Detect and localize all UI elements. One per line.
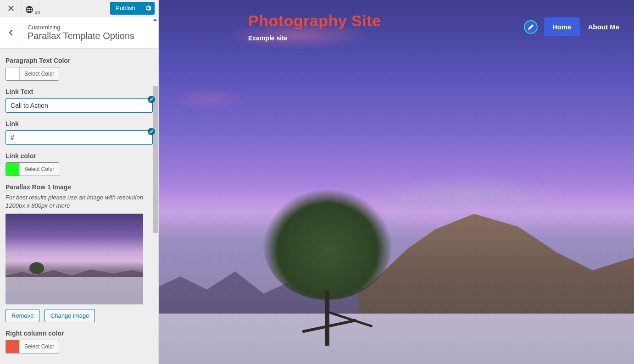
nav-home[interactable]: Home <box>544 17 580 36</box>
color-swatch <box>6 67 20 80</box>
select-color-text: Select Color <box>20 166 59 172</box>
parallax-image-label: Parallax Row 1 Image <box>6 183 153 191</box>
right-column-color-picker[interactable]: Select Color <box>6 340 59 353</box>
scroll-up-arrow-icon <box>153 17 157 22</box>
language-code: en <box>34 9 40 15</box>
globe-icon <box>25 6 33 14</box>
close-icon <box>8 5 14 11</box>
edit-shortcut-button[interactable] <box>524 20 538 34</box>
close-customizer-button[interactable] <box>0 0 22 17</box>
paragraph-text-color-label: Paragraph Text Color <box>6 57 153 64</box>
customizer-sidebar: en Publish Customizing Parallax Template… <box>0 0 159 364</box>
publish-button[interactable]: Publish <box>110 2 141 15</box>
edit-shortcut-button[interactable] <box>148 96 155 103</box>
site-preview: Photography Site Example site Home About… <box>159 0 634 364</box>
link-text-label: Link Text <box>6 88 153 95</box>
paragraph-color-picker[interactable]: Select Color <box>6 67 59 81</box>
parallax-image-thumbnail[interactable] <box>6 214 143 304</box>
hero-background <box>159 0 634 364</box>
color-swatch <box>6 340 20 353</box>
select-color-text: Select Color <box>20 343 59 350</box>
pencil-icon <box>528 24 534 30</box>
site-tagline: Example site <box>248 34 524 42</box>
link-label: Link <box>6 120 153 127</box>
right-column-color-label: Right column color <box>6 330 153 337</box>
site-title[interactable]: Photography Site <box>248 12 524 30</box>
gear-icon <box>145 5 151 11</box>
link-input[interactable] <box>6 130 153 145</box>
form-area: Paragraph Text Color Select Color Link T… <box>0 49 158 364</box>
link-color-picker[interactable]: Select Color <box>6 162 59 176</box>
publish-settings-button[interactable] <box>141 2 155 15</box>
pencil-icon <box>149 97 154 102</box>
link-text-input[interactable] <box>6 98 153 113</box>
nav-about[interactable]: About Me <box>580 17 628 36</box>
select-color-text: Select Color <box>20 71 59 77</box>
change-image-button[interactable]: Change image <box>44 309 95 322</box>
site-header: Photography Site Example site Home About… <box>159 12 634 42</box>
language-button[interactable]: en <box>22 0 44 17</box>
parallax-image-help: For best results please use an image wit… <box>6 193 153 210</box>
chevron-left-icon <box>7 29 15 36</box>
pencil-icon <box>149 129 154 134</box>
sidebar-topbar: en Publish <box>0 0 158 17</box>
edit-shortcut-button[interactable] <box>148 128 155 135</box>
panel-title: Parallax Template Options <box>28 31 134 41</box>
back-button[interactable] <box>0 17 22 49</box>
panel-pretitle: Customizing <box>28 24 134 31</box>
panel-header: Customizing Parallax Template Options <box>0 17 158 49</box>
remove-image-button[interactable]: Remove <box>6 309 39 322</box>
link-color-label: Link color <box>6 152 153 160</box>
color-swatch <box>6 163 20 176</box>
